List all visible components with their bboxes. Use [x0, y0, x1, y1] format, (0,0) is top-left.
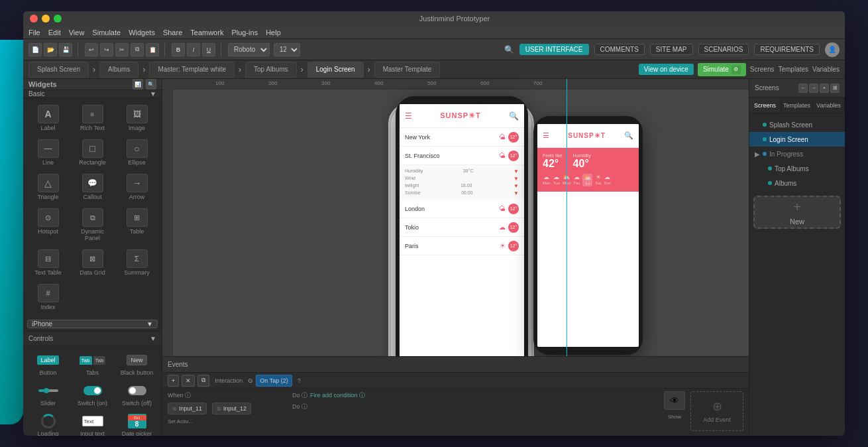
widget-dynamic-panel[interactable]: ⧉ Dynamic Panel [72, 206, 113, 244]
screens-tab-label[interactable]: Screens [750, 66, 775, 73]
simulate-gear-icon[interactable]: ⚙ [732, 65, 741, 74]
tab-master-template[interactable]: Master Template [374, 62, 441, 78]
scenarios-btn[interactable]: SCENARIOS [698, 44, 749, 55]
variables-tab-label[interactable]: Variables [812, 66, 840, 73]
widget-ellipse[interactable]: ○ Ellipse [116, 137, 158, 168]
toolbar-open[interactable]: 📂 [44, 43, 57, 56]
requirements-btn[interactable]: REQUIREMENTS [754, 44, 820, 55]
fire-condition-link[interactable]: Fire add condition ⓘ [310, 391, 365, 400]
screens-add-btn[interactable]: + [820, 84, 829, 93]
control-switch-on[interactable]: Switch (on) [72, 381, 113, 409]
user-avatar[interactable]: 👤 [825, 42, 840, 57]
font-select[interactable]: Roboto [228, 43, 270, 56]
widget-table[interactable]: ⊞ Table [116, 206, 158, 244]
menu-plugins[interactable]: Plug-ins [231, 29, 258, 36]
widget-data-grid[interactable]: ⊠ Data Grid [72, 247, 113, 279]
screen-item-top-albums[interactable]: Top Albums [749, 161, 845, 176]
events-delete-btn[interactable]: ✕ [182, 375, 195, 387]
comments-btn[interactable]: COMMENTS [594, 44, 645, 55]
canvas-area[interactable]: 100 200 300 400 500 600 700 [162, 79, 749, 356]
menu-teamwork[interactable]: Teamwork [190, 29, 223, 36]
close-btn[interactable] [30, 15, 38, 23]
toolbar-bold[interactable]: B [172, 43, 185, 56]
widgets-chart-icon[interactable]: 📊 [133, 79, 143, 90]
widget-callout[interactable]: 💬 Callout [72, 171, 113, 203]
simulate-btn[interactable]: Simulate ⚙ [698, 63, 746, 76]
pv-feels-value-2: 42° [543, 158, 563, 170]
tab-login-screen[interactable]: Login Screen [307, 62, 364, 78]
widget-index[interactable]: # Index [27, 281, 69, 313]
tab-albums[interactable]: Albums [99, 62, 138, 78]
widget-line[interactable]: — Line [27, 137, 69, 168]
tab-variables[interactable]: Variables [813, 97, 845, 113]
control-button[interactable]: Label Button [27, 350, 69, 378]
tab-master-template-white[interactable]: Master: Template white [149, 62, 235, 78]
screen-item-login[interactable]: Login Screen [749, 132, 845, 147]
toolbar-undo[interactable]: ↩ [85, 43, 98, 56]
maximize-btn[interactable] [54, 15, 62, 23]
toolbar-new[interactable]: 📄 [28, 43, 42, 56]
event-input11-block[interactable]: ⊙ Input_11 [168, 403, 207, 415]
menu-file[interactable]: File [28, 29, 40, 36]
menu-share[interactable]: Share [163, 29, 182, 36]
toolbar-copy[interactable]: ⧉ [131, 43, 144, 56]
event-input12-block[interactable]: ⊙ Input_12 [212, 403, 251, 415]
site-map-btn[interactable]: SITE MAP [650, 44, 693, 55]
control-loading[interactable]: Loading [27, 411, 69, 436]
widget-rectangle[interactable]: □ Rectangle [72, 137, 113, 168]
screens-next-btn[interactable]: → [809, 84, 818, 93]
tab-arrow-5: › [368, 65, 370, 74]
toolbar-cut[interactable]: ✂ [115, 43, 129, 56]
widget-triangle[interactable]: △ Triangle [27, 171, 69, 203]
control-black-button[interactable]: New Black button [116, 350, 158, 378]
control-input-text[interactable]: Text Input text [72, 411, 113, 436]
screen-folder-in-progress[interactable]: ▶ In Progress [749, 147, 845, 161]
menu-view[interactable]: View [69, 29, 85, 36]
screen-item-albums[interactable]: Albums [749, 176, 845, 190]
events-copy-btn[interactable]: ⧉ [197, 375, 209, 387]
toolbar-redo[interactable]: ↪ [100, 43, 113, 56]
tab-screens[interactable]: Screens [749, 97, 781, 113]
pv-search-2: 🔍 [624, 131, 633, 140]
device-dropdown[interactable]: iPhone ▼ [27, 320, 158, 328]
on-tap-btn[interactable]: On Tap (2) [256, 375, 292, 387]
screen-item-splash[interactable]: Splash Screen [749, 117, 845, 132]
widget-text-table[interactable]: ⊟ Text Table [27, 247, 69, 279]
toolbar-save[interactable]: 💾 [59, 43, 72, 56]
menu-widgets[interactable]: Widgets [129, 29, 155, 36]
toolbar-underline[interactable]: U [202, 43, 215, 56]
toolbar-search-icon[interactable]: 🔍 [504, 45, 514, 54]
templates-tab-label[interactable]: Templates [778, 66, 808, 73]
control-date-picker[interactable]: Oct 8 Date picker [116, 411, 158, 436]
menu-simulate[interactable]: Simulate [92, 29, 121, 36]
minimize-btn[interactable] [42, 15, 50, 23]
events-add-btn[interactable]: + [168, 375, 179, 387]
event-input12-label: Input_12 [223, 405, 246, 412]
widgets-search-btn[interactable]: 🔍 [146, 79, 156, 90]
menu-edit[interactable]: Edit [48, 29, 61, 36]
widget-hotspot[interactable]: ⊙ Hotspot [27, 206, 69, 244]
widget-label[interactable]: A Label [27, 102, 69, 134]
widget-rich-text[interactable]: ≡ Rich Text [72, 102, 113, 134]
control-switch-off[interactable]: Switch (off) [116, 381, 158, 409]
screens-prev-btn[interactable]: ← [798, 84, 808, 93]
view-on-device-btn[interactable]: View on device [639, 64, 694, 75]
size-select[interactable]: 12 [274, 43, 300, 56]
widget-image[interactable]: 🖼 Image [116, 102, 158, 134]
user-interface-btn[interactable]: USER INTERFACE [519, 44, 589, 55]
tab-templates[interactable]: Templates [781, 97, 813, 113]
control-tabs[interactable]: Tab Tab Tabs [72, 350, 113, 378]
widget-arrow[interactable]: → Arrow [116, 171, 158, 203]
add-event-area[interactable]: ⊕ Add Event [690, 391, 743, 431]
control-slider[interactable]: Slider [27, 381, 69, 409]
tab-splash-screen[interactable]: Splash Screen [28, 62, 89, 78]
toolbar-italic[interactable]: I [187, 43, 200, 56]
tab-top-albums[interactable]: Top Albums [245, 62, 297, 78]
new-screen-btn[interactable]: + New [753, 196, 841, 229]
pv-arrow-humidity: ▼ [514, 168, 519, 174]
screens-grid-btn[interactable]: ⊞ [830, 84, 840, 93]
toolbar-paste[interactable]: 📋 [146, 43, 159, 56]
menu-help[interactable]: Help [266, 29, 281, 36]
event-eye-button[interactable]: 👁 [664, 391, 685, 410]
widget-summary[interactable]: Σ Summary [116, 247, 158, 279]
